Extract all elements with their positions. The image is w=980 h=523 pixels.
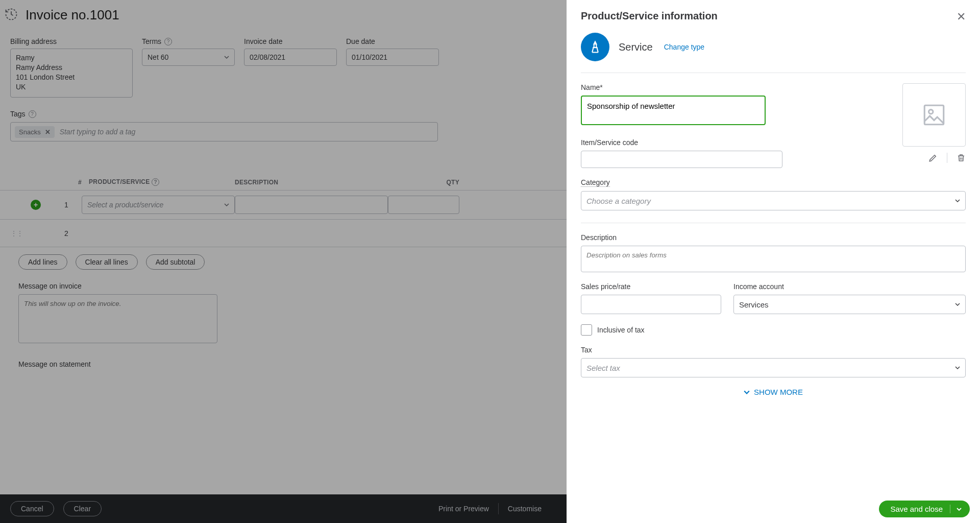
chevron-down-icon (955, 302, 960, 307)
price-input[interactable] (581, 295, 721, 314)
description-label: Description (581, 233, 966, 242)
tax-select[interactable]: Select tax (581, 358, 966, 377)
inclusive-tax-label: Inclusive of tax (597, 326, 645, 334)
type-name: Service (619, 41, 653, 53)
svg-point-1 (929, 110, 933, 114)
category-select[interactable]: Choose a category (581, 191, 966, 210)
chevron-down-icon (955, 365, 960, 370)
show-more-toggle[interactable]: SHOW MORE (581, 377, 966, 407)
income-account-select[interactable]: Services (733, 295, 966, 314)
change-type-link[interactable]: Change type (664, 43, 704, 51)
service-type-icon (581, 33, 609, 61)
price-label: Sales price/rate (581, 282, 721, 291)
separator (947, 153, 947, 163)
name-label: Name (581, 83, 782, 91)
tax-placeholder: Select tax (586, 364, 620, 372)
code-label: Item/Service code (581, 138, 782, 147)
tax-label: Tax (581, 346, 966, 354)
inclusive-tax-checkbox[interactable] (581, 324, 592, 336)
close-icon[interactable]: ✕ (957, 10, 966, 23)
income-value: Services (739, 300, 769, 309)
name-input[interactable]: Sponsorship of newsletter (581, 96, 766, 125)
edit-icon[interactable] (928, 153, 938, 162)
item-code-input[interactable] (581, 151, 782, 168)
trash-icon[interactable] (957, 153, 966, 162)
category-placeholder: Choose a category (586, 197, 651, 205)
save-dropdown-icon[interactable] (950, 505, 962, 513)
chevron-down-icon (744, 389, 750, 395)
save-and-close-button[interactable]: Save and close (879, 501, 970, 517)
image-upload-slot[interactable] (902, 83, 966, 147)
panel-title: Product/Service information (581, 10, 718, 22)
save-label: Save and close (890, 505, 943, 513)
show-more-label: SHOW MORE (754, 388, 803, 396)
category-label: Category (581, 178, 610, 187)
description-input[interactable] (581, 246, 966, 272)
chevron-down-icon (955, 198, 960, 203)
income-label: Income account (733, 282, 966, 291)
